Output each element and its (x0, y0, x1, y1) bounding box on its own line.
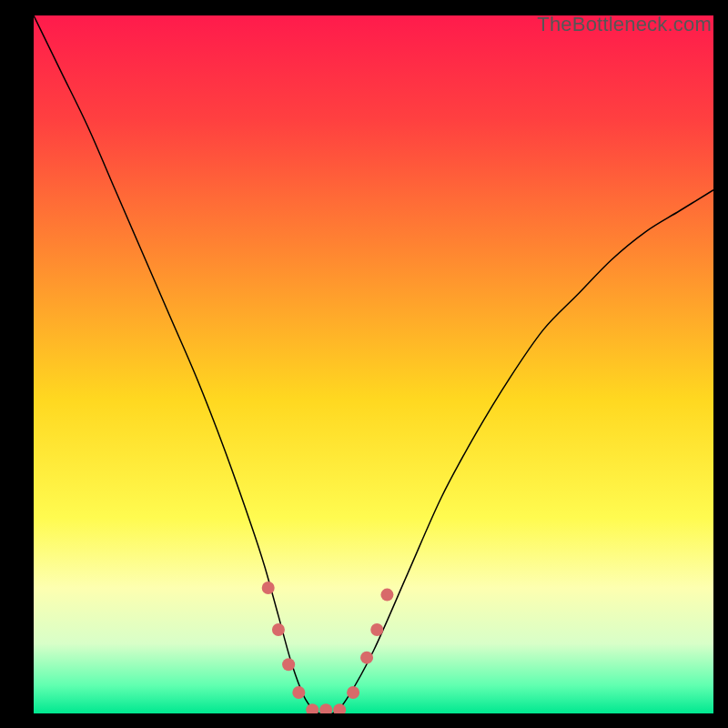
marker-dot (360, 652, 373, 664)
chart-container: TheBottleneck.com (0, 0, 728, 728)
gradient-background (34, 15, 713, 713)
marker-dot (262, 581, 275, 594)
bottleneck-chart (34, 15, 713, 713)
marker-dot (282, 658, 295, 671)
marker-dot (292, 686, 305, 699)
marker-dot (347, 686, 359, 699)
plot-area (34, 15, 713, 713)
watermark: TheBottleneck.com (537, 13, 712, 36)
marker-dot (272, 623, 285, 636)
marker-dot (370, 623, 383, 636)
marker-dot (380, 589, 393, 602)
